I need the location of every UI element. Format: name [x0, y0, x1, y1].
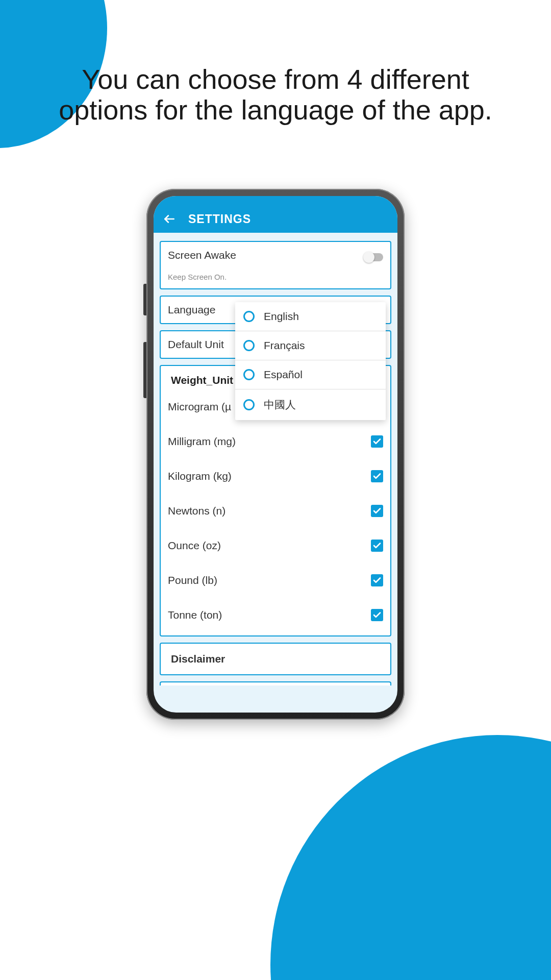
radio-icon: [243, 311, 255, 322]
phone-button: [143, 284, 146, 315]
language-option-label: 中國人: [264, 398, 296, 412]
radio-icon: [243, 340, 255, 351]
hero-text: You can choose from 4 different options …: [0, 64, 551, 126]
partial-card: [160, 681, 391, 685]
unit-checkbox[interactable]: [371, 470, 383, 482]
unit-label: Tonne (ton): [168, 609, 222, 621]
screen-awake-subtitle: Keep Screen On.: [168, 273, 236, 281]
language-option-chinese[interactable]: 中國人: [235, 389, 386, 420]
unit-checkbox[interactable]: [371, 609, 383, 621]
unit-label: Ounce (oz): [168, 540, 221, 552]
unit-row: Pound (lb): [168, 574, 383, 586]
unit-row: Ounce (oz): [168, 540, 383, 552]
unit-checkbox[interactable]: [371, 505, 383, 517]
unit-label: Kilogram (kg): [168, 470, 232, 482]
language-option-espanol[interactable]: Español: [235, 360, 386, 389]
phone-mockup: SETTINGS Screen Awake Keep Screen On. La…: [146, 189, 405, 720]
radio-icon: [243, 399, 255, 410]
phone-screen: SETTINGS Screen Awake Keep Screen On. La…: [154, 196, 397, 713]
unit-checkbox[interactable]: [371, 435, 383, 448]
unit-checkbox[interactable]: [371, 540, 383, 552]
screen-awake-title: Screen Awake: [168, 249, 236, 261]
language-option-francais[interactable]: Français: [235, 331, 386, 360]
unit-row: Newtons (n): [168, 505, 383, 517]
status-bar: [154, 196, 397, 205]
screen-awake-switch[interactable]: [364, 253, 383, 261]
screen-awake-card: Screen Awake Keep Screen On.: [160, 241, 391, 289]
decorative-blob-bottom: [270, 735, 551, 980]
phone-button: [143, 342, 146, 398]
unit-checkbox[interactable]: [371, 574, 383, 586]
language-option-label: Français: [264, 339, 305, 352]
unit-row: Tonne (ton): [168, 609, 383, 621]
language-option-label: Español: [264, 369, 303, 381]
unit-label: Newtons (n): [168, 505, 226, 517]
disclaimer-card[interactable]: Disclaimer: [160, 643, 391, 675]
unit-row: Kilogram (kg): [168, 470, 383, 482]
radio-icon: [243, 369, 255, 380]
language-option-label: English: [264, 310, 299, 323]
unit-label: Milligram (mg): [168, 435, 236, 448]
unit-row: Milligram (mg): [168, 435, 383, 448]
language-dropdown: English Français Español 中國人: [235, 302, 386, 420]
page-title: SETTINGS: [188, 212, 251, 226]
unit-label: Pound (lb): [168, 574, 217, 586]
unit-label: Microgram (µ: [168, 401, 231, 413]
back-arrow-icon[interactable]: [163, 212, 176, 226]
disclaimer-title: Disclaimer: [171, 653, 383, 665]
app-header: SETTINGS: [154, 205, 397, 233]
language-option-english[interactable]: English: [235, 302, 386, 331]
